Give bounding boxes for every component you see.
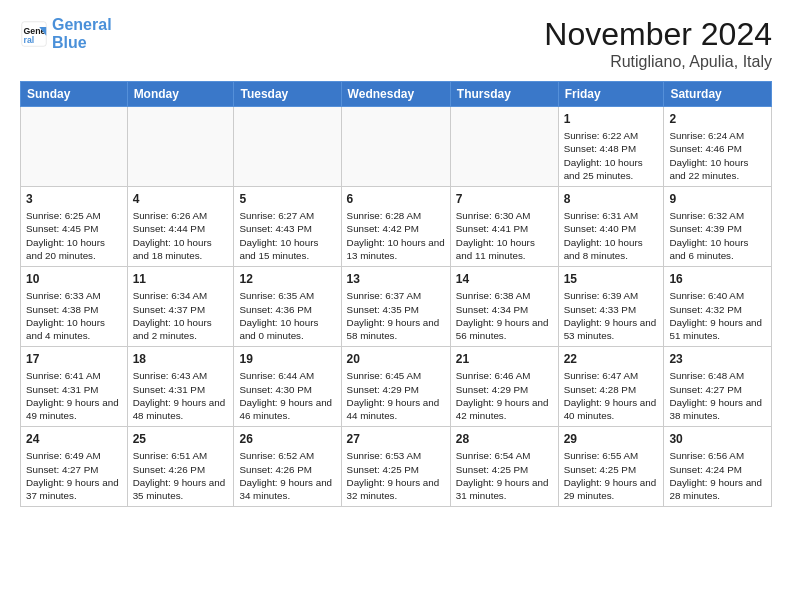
day-detail: Sunrise: 6:32 AM Sunset: 4:39 PM Dayligh… — [669, 209, 766, 262]
day-cell: 17Sunrise: 6:41 AM Sunset: 4:31 PM Dayli… — [21, 347, 128, 427]
day-cell: 29Sunrise: 6:55 AM Sunset: 4:25 PM Dayli… — [558, 427, 664, 507]
day-detail: Sunrise: 6:51 AM Sunset: 4:26 PM Dayligh… — [133, 449, 229, 502]
day-cell: 23Sunrise: 6:48 AM Sunset: 4:27 PM Dayli… — [664, 347, 772, 427]
week-row-3: 10Sunrise: 6:33 AM Sunset: 4:38 PM Dayli… — [21, 267, 772, 347]
header-cell-thursday: Thursday — [450, 82, 558, 107]
day-number: 2 — [669, 111, 766, 127]
day-cell: 7Sunrise: 6:30 AM Sunset: 4:41 PM Daylig… — [450, 187, 558, 267]
day-cell: 9Sunrise: 6:32 AM Sunset: 4:39 PM Daylig… — [664, 187, 772, 267]
day-cell — [234, 107, 341, 187]
day-detail: Sunrise: 6:27 AM Sunset: 4:43 PM Dayligh… — [239, 209, 335, 262]
day-detail: Sunrise: 6:52 AM Sunset: 4:26 PM Dayligh… — [239, 449, 335, 502]
header-cell-sunday: Sunday — [21, 82, 128, 107]
day-cell: 10Sunrise: 6:33 AM Sunset: 4:38 PM Dayli… — [21, 267, 128, 347]
day-detail: Sunrise: 6:53 AM Sunset: 4:25 PM Dayligh… — [347, 449, 445, 502]
day-detail: Sunrise: 6:55 AM Sunset: 4:25 PM Dayligh… — [564, 449, 659, 502]
day-detail: Sunrise: 6:33 AM Sunset: 4:38 PM Dayligh… — [26, 289, 122, 342]
day-number: 23 — [669, 351, 766, 367]
day-cell: 16Sunrise: 6:40 AM Sunset: 4:32 PM Dayli… — [664, 267, 772, 347]
month-title: November 2024 — [544, 16, 772, 53]
day-number: 29 — [564, 431, 659, 447]
day-detail: Sunrise: 6:49 AM Sunset: 4:27 PM Dayligh… — [26, 449, 122, 502]
day-detail: Sunrise: 6:26 AM Sunset: 4:44 PM Dayligh… — [133, 209, 229, 262]
day-number: 21 — [456, 351, 553, 367]
day-cell: 27Sunrise: 6:53 AM Sunset: 4:25 PM Dayli… — [341, 427, 450, 507]
day-number: 3 — [26, 191, 122, 207]
day-detail: Sunrise: 6:22 AM Sunset: 4:48 PM Dayligh… — [564, 129, 659, 182]
day-detail: Sunrise: 6:56 AM Sunset: 4:24 PM Dayligh… — [669, 449, 766, 502]
day-detail: Sunrise: 6:24 AM Sunset: 4:46 PM Dayligh… — [669, 129, 766, 182]
day-cell: 3Sunrise: 6:25 AM Sunset: 4:45 PM Daylig… — [21, 187, 128, 267]
day-number: 16 — [669, 271, 766, 287]
week-row-2: 3Sunrise: 6:25 AM Sunset: 4:45 PM Daylig… — [21, 187, 772, 267]
day-cell — [21, 107, 128, 187]
day-number: 20 — [347, 351, 445, 367]
day-detail: Sunrise: 6:43 AM Sunset: 4:31 PM Dayligh… — [133, 369, 229, 422]
day-cell — [341, 107, 450, 187]
day-number: 6 — [347, 191, 445, 207]
day-number: 28 — [456, 431, 553, 447]
day-detail: Sunrise: 6:28 AM Sunset: 4:42 PM Dayligh… — [347, 209, 445, 262]
day-number: 7 — [456, 191, 553, 207]
day-number: 24 — [26, 431, 122, 447]
day-number: 22 — [564, 351, 659, 367]
day-detail: Sunrise: 6:37 AM Sunset: 4:35 PM Dayligh… — [347, 289, 445, 342]
day-cell — [127, 107, 234, 187]
day-number: 12 — [239, 271, 335, 287]
location-title: Rutigliano, Apulia, Italy — [544, 53, 772, 71]
day-detail: Sunrise: 6:30 AM Sunset: 4:41 PM Dayligh… — [456, 209, 553, 262]
day-cell: 6Sunrise: 6:28 AM Sunset: 4:42 PM Daylig… — [341, 187, 450, 267]
header-cell-monday: Monday — [127, 82, 234, 107]
day-detail: Sunrise: 6:34 AM Sunset: 4:37 PM Dayligh… — [133, 289, 229, 342]
day-detail: Sunrise: 6:40 AM Sunset: 4:32 PM Dayligh… — [669, 289, 766, 342]
day-detail: Sunrise: 6:25 AM Sunset: 4:45 PM Dayligh… — [26, 209, 122, 262]
day-cell: 28Sunrise: 6:54 AM Sunset: 4:25 PM Dayli… — [450, 427, 558, 507]
day-number: 14 — [456, 271, 553, 287]
header-cell-friday: Friday — [558, 82, 664, 107]
week-row-5: 24Sunrise: 6:49 AM Sunset: 4:27 PM Dayli… — [21, 427, 772, 507]
day-cell: 12Sunrise: 6:35 AM Sunset: 4:36 PM Dayli… — [234, 267, 341, 347]
day-detail: Sunrise: 6:54 AM Sunset: 4:25 PM Dayligh… — [456, 449, 553, 502]
day-detail: Sunrise: 6:35 AM Sunset: 4:36 PM Dayligh… — [239, 289, 335, 342]
day-cell: 4Sunrise: 6:26 AM Sunset: 4:44 PM Daylig… — [127, 187, 234, 267]
day-cell: 15Sunrise: 6:39 AM Sunset: 4:33 PM Dayli… — [558, 267, 664, 347]
day-number: 19 — [239, 351, 335, 367]
day-cell — [450, 107, 558, 187]
day-number: 5 — [239, 191, 335, 207]
day-number: 17 — [26, 351, 122, 367]
day-number: 13 — [347, 271, 445, 287]
calendar-table: SundayMondayTuesdayWednesdayThursdayFrid… — [20, 81, 772, 507]
day-number: 15 — [564, 271, 659, 287]
logo-text: General Blue — [52, 16, 112, 51]
day-number: 25 — [133, 431, 229, 447]
header-cell-wednesday: Wednesday — [341, 82, 450, 107]
day-cell: 25Sunrise: 6:51 AM Sunset: 4:26 PM Dayli… — [127, 427, 234, 507]
day-cell: 8Sunrise: 6:31 AM Sunset: 4:40 PM Daylig… — [558, 187, 664, 267]
day-detail: Sunrise: 6:38 AM Sunset: 4:34 PM Dayligh… — [456, 289, 553, 342]
day-cell: 14Sunrise: 6:38 AM Sunset: 4:34 PM Dayli… — [450, 267, 558, 347]
day-detail: Sunrise: 6:44 AM Sunset: 4:30 PM Dayligh… — [239, 369, 335, 422]
calendar-header-row: SundayMondayTuesdayWednesdayThursdayFrid… — [21, 82, 772, 107]
day-cell: 30Sunrise: 6:56 AM Sunset: 4:24 PM Dayli… — [664, 427, 772, 507]
header-cell-saturday: Saturday — [664, 82, 772, 107]
day-cell: 20Sunrise: 6:45 AM Sunset: 4:29 PM Dayli… — [341, 347, 450, 427]
day-cell: 19Sunrise: 6:44 AM Sunset: 4:30 PM Dayli… — [234, 347, 341, 427]
day-detail: Sunrise: 6:41 AM Sunset: 4:31 PM Dayligh… — [26, 369, 122, 422]
day-cell: 26Sunrise: 6:52 AM Sunset: 4:26 PM Dayli… — [234, 427, 341, 507]
logo: Gene ral General Blue — [20, 16, 112, 51]
day-cell: 22Sunrise: 6:47 AM Sunset: 4:28 PM Dayli… — [558, 347, 664, 427]
title-area: November 2024 Rutigliano, Apulia, Italy — [544, 16, 772, 71]
day-cell: 18Sunrise: 6:43 AM Sunset: 4:31 PM Dayli… — [127, 347, 234, 427]
week-row-4: 17Sunrise: 6:41 AM Sunset: 4:31 PM Dayli… — [21, 347, 772, 427]
day-cell: 1Sunrise: 6:22 AM Sunset: 4:48 PM Daylig… — [558, 107, 664, 187]
day-detail: Sunrise: 6:48 AM Sunset: 4:27 PM Dayligh… — [669, 369, 766, 422]
day-cell: 5Sunrise: 6:27 AM Sunset: 4:43 PM Daylig… — [234, 187, 341, 267]
day-number: 4 — [133, 191, 229, 207]
day-cell: 11Sunrise: 6:34 AM Sunset: 4:37 PM Dayli… — [127, 267, 234, 347]
day-detail: Sunrise: 6:47 AM Sunset: 4:28 PM Dayligh… — [564, 369, 659, 422]
header-cell-tuesday: Tuesday — [234, 82, 341, 107]
day-cell: 13Sunrise: 6:37 AM Sunset: 4:35 PM Dayli… — [341, 267, 450, 347]
svg-text:ral: ral — [24, 34, 35, 44]
header: Gene ral General Blue November 2024 Ruti… — [20, 16, 772, 71]
page: Gene ral General Blue November 2024 Ruti… — [0, 0, 792, 517]
